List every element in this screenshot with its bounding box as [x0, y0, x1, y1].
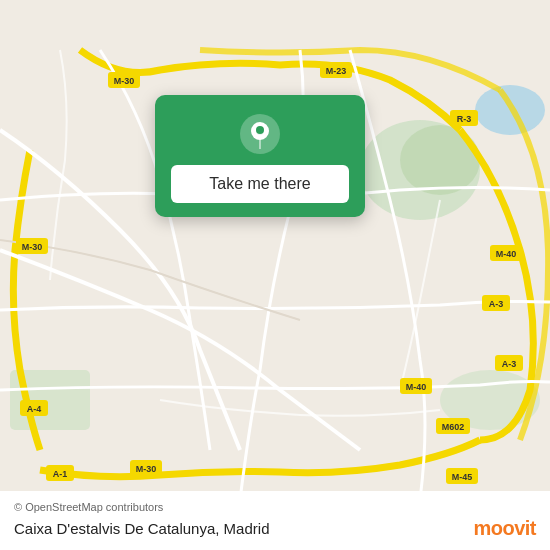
- svg-text:M-40: M-40: [406, 382, 427, 392]
- moovit-logo-text: moovit: [473, 517, 536, 540]
- svg-text:M-30: M-30: [22, 242, 43, 252]
- svg-text:M602: M602: [442, 422, 465, 432]
- location-pin-icon: [239, 113, 281, 155]
- location-card: Take me there: [155, 95, 365, 217]
- take-me-there-button[interactable]: Take me there: [171, 165, 349, 203]
- map-attribution: © OpenStreetMap contributors: [14, 501, 536, 513]
- map-container: M-30 M-30 M-30 M-40 M-40 M-23 A-3 A-4 M6…: [0, 0, 550, 550]
- location-name: Caixa D'estalvis De Catalunya, Madrid: [14, 520, 269, 537]
- svg-text:M-23: M-23: [326, 66, 347, 76]
- location-title-row: Caixa D'estalvis De Catalunya, Madrid mo…: [14, 517, 536, 540]
- svg-text:A-1: A-1: [53, 469, 68, 479]
- svg-text:M-40: M-40: [496, 249, 517, 259]
- svg-text:A-4: A-4: [27, 404, 42, 414]
- svg-text:M-45: M-45: [452, 472, 473, 482]
- svg-text:A-3: A-3: [489, 299, 504, 309]
- svg-point-35: [256, 126, 264, 134]
- svg-text:M-30: M-30: [114, 76, 135, 86]
- svg-text:R-3: R-3: [457, 114, 472, 124]
- svg-text:M-30: M-30: [136, 464, 157, 474]
- svg-text:A-3: A-3: [502, 359, 517, 369]
- moovit-logo: moovit: [473, 517, 536, 540]
- map-roads: M-30 M-30 M-30 M-40 M-40 M-23 A-3 A-4 M6…: [0, 0, 550, 550]
- bottom-bar: © OpenStreetMap contributors Caixa D'est…: [0, 491, 550, 550]
